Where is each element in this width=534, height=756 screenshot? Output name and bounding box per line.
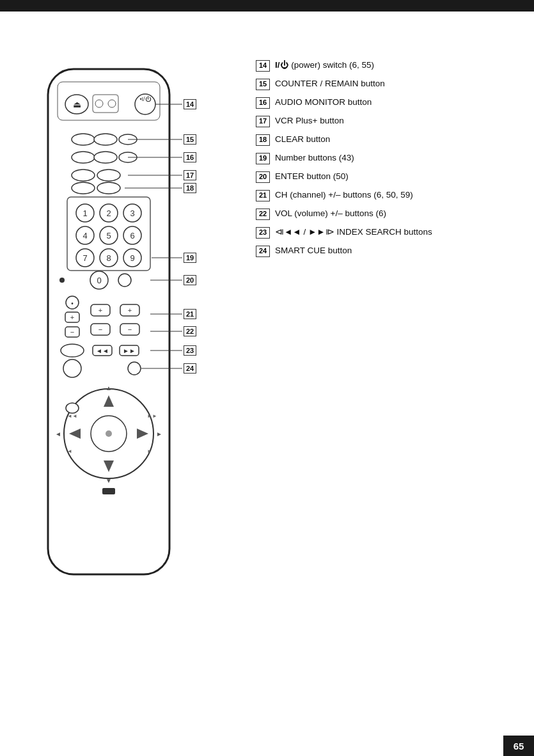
svg-text:5: 5 — [106, 231, 111, 240]
svg-text:−: − — [70, 328, 74, 336]
legend-text-22: VOL (volume) +/– buttons (6) — [275, 208, 386, 220]
svg-text:+: + — [70, 313, 74, 321]
svg-text:9: 9 — [130, 253, 134, 263]
legend-num-15: 15 — [256, 79, 270, 90]
svg-point-76 — [106, 430, 112, 437]
legend-text-15: COUNTER / REMAIN button — [275, 78, 385, 90]
legend-item-14: 14I/⏻ (power) switch (6, 55) — [256, 59, 534, 72]
legend-num-18: 18 — [256, 134, 270, 146]
svg-point-65 — [61, 344, 84, 357]
svg-point-71 — [63, 359, 81, 377]
svg-rect-89 — [102, 488, 115, 494]
main-content: ⏏ •I/⏻ — [0, 12, 534, 747]
legend-item-20: 20ENTER button (50) — [256, 171, 534, 183]
legend-item-18: 18CLEAR button — [256, 134, 534, 146]
svg-point-21 — [72, 182, 95, 194]
svg-text:2: 2 — [106, 209, 111, 218]
svg-text:◄: ◄ — [55, 430, 61, 437]
svg-text:▼: ▼ — [106, 477, 112, 484]
legend-num-22: 22 — [256, 209, 270, 220]
svg-text:◄◄: ◄◄ — [67, 413, 77, 419]
svg-point-48 — [59, 278, 65, 283]
legend-area: 14I/⏻ (power) switch (6, 55)15COUNTER / … — [249, 12, 534, 747]
svg-text:1: 1 — [82, 209, 87, 218]
legend-num-23: 23 — [256, 227, 270, 239]
svg-text:►►: ►► — [123, 347, 136, 354]
legend-text-17: VCR Plus+ button — [275, 115, 344, 127]
svg-text:◄◄: ◄◄ — [96, 347, 109, 354]
svg-text:7: 7 — [82, 253, 87, 263]
svg-text:−: − — [128, 326, 132, 333]
svg-point-19 — [97, 169, 120, 181]
legend-num-17: 17 — [256, 116, 270, 127]
legend-text-14: I/⏻ (power) switch (6, 55) — [275, 59, 374, 72]
svg-text:+: + — [128, 306, 132, 314]
top-bar — [0, 0, 534, 12]
legend-num-21: 21 — [256, 190, 270, 201]
legend-num-24: 24 — [256, 246, 270, 257]
svg-point-10 — [72, 134, 95, 145]
legend-item-17: 17VCR Plus+ button — [256, 115, 534, 127]
page-number: 65 — [503, 736, 534, 756]
legend-num-19: 19 — [256, 153, 270, 164]
svg-point-22 — [97, 182, 120, 194]
svg-text:◄: ◄ — [67, 448, 72, 454]
legend-text-16: AUDIO MONITOR button — [275, 97, 372, 109]
svg-text:0: 0 — [97, 276, 101, 285]
legend-item-16: 16AUDIO MONITOR button — [256, 97, 534, 109]
svg-text:4: 4 — [82, 231, 87, 240]
svg-point-46 — [118, 274, 131, 287]
svg-point-90 — [66, 403, 79, 413]
svg-point-72 — [128, 362, 141, 375]
svg-text:6: 6 — [130, 231, 134, 240]
svg-point-15 — [94, 152, 117, 163]
legend-text-24: SMART CUE button — [275, 245, 352, 257]
svg-text:►: ► — [156, 430, 162, 437]
svg-text:•: • — [71, 300, 74, 307]
legend-num-14: 14 — [256, 60, 270, 72]
legend-text-18: CLEAR button — [275, 134, 330, 146]
svg-point-18 — [72, 169, 95, 181]
svg-text:►: ► — [147, 448, 152, 454]
svg-point-14 — [72, 152, 95, 163]
svg-text:⏏: ⏏ — [73, 99, 81, 109]
legend-num-16: 16 — [256, 97, 270, 109]
svg-text:3: 3 — [130, 209, 134, 218]
legend-text-20: ENTER button (50) — [275, 171, 349, 183]
legend-item-22: 22VOL (volume) +/– buttons (6) — [256, 208, 534, 220]
legend-item-23: 23⧏◄◄ / ►►⧐ INDEX SEARCH buttons — [256, 226, 534, 239]
legend-item-24: 24SMART CUE button — [256, 245, 534, 257]
svg-point-11 — [94, 134, 117, 145]
legend-num-20: 20 — [256, 171, 270, 183]
svg-text:▲: ▲ — [106, 384, 112, 391]
legend-text-21: CH (channel) +/– buttons (6, 50, 59) — [275, 189, 413, 201]
svg-text:+: + — [98, 306, 102, 314]
remote-illustration: ⏏ •I/⏻ — [0, 12, 249, 747]
legend-item-21: 21CH (channel) +/– buttons (6, 50, 59) — [256, 189, 534, 201]
svg-text:−: − — [98, 326, 102, 333]
legend-item-19: 19Number buttons (43) — [256, 152, 534, 164]
svg-text:►►: ►► — [147, 413, 157, 419]
legend-item-15: 15COUNTER / REMAIN button — [256, 78, 534, 90]
legend-list: 14I/⏻ (power) switch (6, 55)15COUNTER / … — [256, 59, 534, 257]
legend-text-23: ⧏◄◄ / ►►⧐ INDEX SEARCH buttons — [275, 226, 432, 239]
legend-text-19: Number buttons (43) — [275, 152, 354, 164]
svg-text:•I/⏻: •I/⏻ — [139, 96, 151, 102]
remote-svg-container: ⏏ •I/⏻ — [29, 63, 221, 590]
svg-text:8: 8 — [106, 253, 111, 263]
